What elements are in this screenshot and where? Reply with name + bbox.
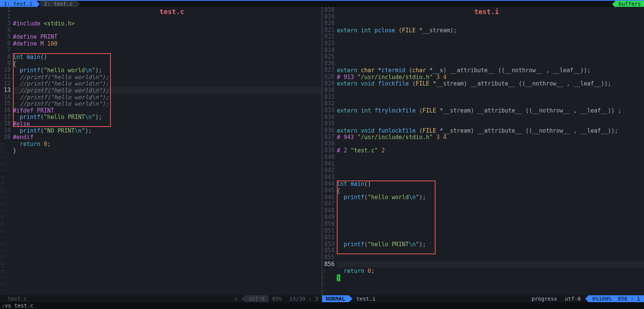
code-line[interactable]: printf("hello world\n");: [337, 194, 644, 201]
code-line[interactable]: extern void flockfile (FILE *__stream) _…: [337, 81, 644, 87]
code-line[interactable]: [13, 27, 322, 34]
code-line[interactable]: [13, 214, 322, 221]
code-line[interactable]: [13, 235, 322, 241]
code-line[interactable]: extern char *ctermid (char *__s) __attri…: [337, 67, 644, 74]
code-line[interactable]: #ifdef PRINT: [13, 108, 322, 114]
buffer-tab-1[interactable]: 1: test.i: [0, 1, 36, 7]
code-line[interactable]: [337, 54, 644, 61]
code-line[interactable]: int main(): [13, 54, 322, 61]
line-number: ~: [0, 147, 11, 154]
code-line[interactable]: //printf("hello world\n");: [13, 101, 322, 108]
code-line[interactable]: [337, 288, 644, 295]
line-number: 5: [0, 33, 11, 40]
code-line[interactable]: printf("hello PRINT\n");: [13, 114, 322, 121]
code-left[interactable]: #include <stdio.h> #define PRINT#define …: [13, 7, 322, 295]
code-line[interactable]: printf("hello world\n");: [13, 67, 322, 74]
code-line[interactable]: extern int ftrylockfile (FILE *__stream)…: [337, 108, 644, 114]
code-line[interactable]: [337, 61, 644, 68]
code-line[interactable]: #else: [13, 121, 322, 128]
code-line[interactable]: [337, 208, 644, 215]
code-line[interactable]: [13, 194, 322, 201]
code-line[interactable]: # 913 "/usr/include/stdio.h" 3 4: [337, 74, 644, 81]
code-line[interactable]: [337, 281, 644, 288]
code-line[interactable]: return 0;: [13, 141, 322, 148]
code-line[interactable]: printf("NO PRINT\n");: [13, 128, 322, 135]
code-line[interactable]: [337, 235, 644, 241]
code-line[interactable]: #define M 100: [13, 41, 322, 48]
code-line[interactable]: [337, 261, 644, 268]
code-line[interactable]: [337, 47, 644, 54]
code-line[interactable]: [13, 201, 322, 208]
code-line[interactable]: [13, 248, 322, 255]
code-line[interactable]: extern void funlockfile (FILE *__stream)…: [337, 128, 644, 135]
code-line[interactable]: {: [13, 61, 322, 68]
code-line[interactable]: [337, 34, 644, 41]
code-line[interactable]: return 0;: [337, 268, 644, 275]
code-line[interactable]: [13, 268, 322, 275]
code-line[interactable]: [13, 47, 322, 54]
code-line[interactable]: [13, 208, 322, 215]
code-line[interactable]: int main(): [337, 181, 644, 188]
code-line[interactable]: [337, 168, 644, 174]
code-line[interactable]: [337, 141, 644, 148]
line-number: ~: [0, 194, 11, 201]
code-line[interactable]: [337, 114, 644, 121]
code-line[interactable]: [337, 121, 644, 128]
code-line[interactable]: [337, 248, 644, 255]
code-line[interactable]: [13, 228, 322, 235]
code-line[interactable]: [13, 174, 322, 181]
code-line[interactable]: [13, 154, 322, 161]
code-line[interactable]: [13, 295, 322, 301]
code-line[interactable]: [13, 288, 322, 295]
code-line[interactable]: [337, 161, 644, 168]
code-line[interactable]: [13, 221, 322, 228]
code-line[interactable]: [337, 214, 644, 221]
buffer-tab-2[interactable]: 2: test.c: [40, 1, 77, 7]
code-line[interactable]: [337, 221, 644, 228]
code-line[interactable]: [13, 301, 322, 308]
code-line[interactable]: }: [337, 275, 644, 282]
code-line[interactable]: [337, 87, 644, 94]
code-line[interactable]: [337, 174, 644, 181]
code-line[interactable]: //printf("hello world\n");: [13, 94, 322, 101]
code-line[interactable]: printf("hello PRINT\n");: [337, 241, 644, 248]
code-line[interactable]: }: [13, 147, 322, 154]
code-line[interactable]: //printf("hello world\n");: [13, 74, 322, 81]
code-line[interactable]: #include <stdio.h>: [13, 21, 322, 27]
code-line[interactable]: [13, 161, 322, 168]
code-line[interactable]: # 943 "/usr/include/stdio.h" 3 4: [337, 134, 644, 141]
code-line[interactable]: [337, 295, 644, 301]
code-line[interactable]: [337, 154, 644, 161]
code-line[interactable]: [13, 261, 322, 268]
code-line[interactable]: [13, 168, 322, 174]
code-line[interactable]: [13, 281, 322, 288]
code-line[interactable]: [337, 101, 644, 108]
code-line[interactable]: {: [337, 188, 644, 195]
pane-right[interactable]: 8188198208218228238248258268278288298308…: [322, 7, 644, 295]
code-line[interactable]: extern int pclose (FILE *__stream);: [337, 27, 644, 34]
code-line[interactable]: [337, 255, 644, 261]
code-right[interactable]: extern int pclose (FILE *__stream); exte…: [337, 7, 644, 295]
code-line[interactable]: [337, 201, 644, 208]
code-line[interactable]: # 2 "test.c" 2: [337, 147, 644, 154]
code-line[interactable]: [13, 188, 322, 195]
line-number: ~: [0, 268, 11, 274]
code-line[interactable]: #endif: [13, 134, 322, 141]
line-number: 11: [0, 74, 11, 81]
code-line[interactable]: //printf("hello world\n");: [13, 87, 322, 94]
code-line[interactable]: [13, 241, 322, 248]
buffers-button[interactable]: buffers: [616, 1, 644, 7]
code-line[interactable]: //printf("hello world\n");: [13, 81, 322, 87]
code-line[interactable]: [13, 255, 322, 261]
code-line[interactable]: #define PRINT: [13, 34, 322, 41]
line-number: 17: [0, 114, 11, 121]
code-line[interactable]: [337, 228, 644, 235]
code-line[interactable]: [337, 41, 644, 48]
code-line[interactable]: [337, 21, 644, 27]
code-line[interactable]: [13, 181, 322, 188]
line-number: 837: [322, 134, 335, 141]
code-line[interactable]: [13, 275, 322, 282]
code-line[interactable]: [337, 94, 644, 101]
pane-left[interactable]: 1234567891011121314151617181920~~~~~~~~~…: [0, 7, 322, 295]
code-line[interactable]: [337, 301, 644, 308]
